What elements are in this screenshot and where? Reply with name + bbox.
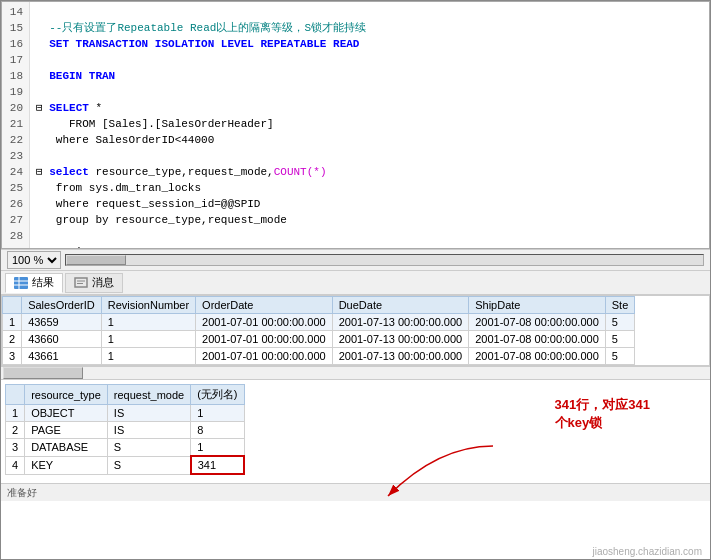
cell: 1 [191,439,244,457]
col-noname: (无列名) [191,385,244,405]
cell: 2001-07-01 00:00:00.000 [196,331,333,348]
col-orderdate: OrderDate [196,297,333,314]
code-line: BEGIN TRAN [36,68,703,84]
cell: 2001-07-01 00:00:00.000 [196,348,333,365]
row-num: 3 [3,348,22,365]
cell: 2001-07-08 00:00:00.000 [469,314,606,331]
results-table2: resource_type request_mode (无列名) 1 OBJEC… [5,384,245,475]
col-shipdate: ShipDate [469,297,606,314]
code-line: FROM [Sales].[SalesOrderHeader] [36,116,703,132]
code-line [36,4,703,20]
table-row: 1 43659 1 2001-07-01 00:00:00.000 2001-0… [3,314,635,331]
tab-results[interactable]: 结果 [5,273,63,293]
code-line: SET TRANSACTION ISOLATION LEVEL REPEATAB… [36,36,703,52]
code-line [36,84,703,100]
zoom-select[interactable]: 100 % [7,251,61,269]
col-resource-type: resource_type [25,385,108,405]
table-row: 1 OBJECT IS 1 [6,405,245,422]
row-num: 3 [6,439,25,457]
cell: KEY [25,456,108,474]
cell: 5 [605,314,635,331]
cell: 2001-07-13 00:00:00.000 [332,348,469,365]
row-num: 1 [3,314,22,331]
cell: 2001-07-01 00:00:00.000 [196,314,333,331]
annotation-arrow [378,426,498,506]
row-num-header2 [6,385,25,405]
highlighted-cell: 341 [191,456,244,474]
scroll-bar-h[interactable] [1,366,710,380]
watermark: jiaosheng.chazidian.com [592,546,702,557]
table-row: 2 43660 1 2001-07-01 00:00:00.000 2001-0… [3,331,635,348]
cell: S [107,439,190,457]
tab-bar: 结果 消息 [1,271,710,295]
code-line [36,228,703,244]
zoom-bar: 100 % [1,249,710,271]
table-row: 2 PAGE IS 8 [6,422,245,439]
results-table2-wrapper: resource_type request_mode (无列名) 1 OBJEC… [1,380,249,479]
results-table1-container[interactable]: SalesOrderID RevisionNumber OrderDate Du… [1,295,710,366]
cell: S [107,456,190,474]
row-num: 2 [6,422,25,439]
row-num: 1 [6,405,25,422]
code-line [36,52,703,68]
code-line: ⊟ select resource_type,request_mode,COUN… [36,164,703,180]
col-revisionnumber: RevisionNumber [101,297,195,314]
tab-messages-label: 消息 [92,275,114,290]
code-line: --只有设置了Repeatable Read以上的隔离等级，S锁才能持续 [36,20,703,36]
annotation-area: 341行，对应341个key锁 [551,396,650,432]
cell: IS [107,405,190,422]
code-line [36,148,703,164]
second-results-area: resource_type request_mode (无列名) 1 OBJEC… [1,380,710,483]
col-ste: Ste [605,297,635,314]
code-lines: --只有设置了Repeatable Read以上的隔离等级，S锁才能持续 SET… [30,2,709,249]
tab-messages[interactable]: 消息 [65,273,123,293]
col-request-mode: request_mode [107,385,190,405]
col-duedate: DueDate [332,297,469,314]
table-row: 3 DATABASE S 1 [6,439,245,457]
annotation-text: 341行，对应341个key锁 [555,396,650,432]
code-line: ⊟ SELECT * [36,100,703,116]
cell: IS [107,422,190,439]
cell: DATABASE [25,439,108,457]
col-salesorderid: SalesOrderID [22,297,102,314]
cell: 1 [191,405,244,422]
code-editor: 14 15 16 17 18 19 20 21 22 23 24 25 26 2… [1,1,710,249]
row-num: 4 [6,456,25,474]
cell: 2001-07-08 00:00:00.000 [469,348,606,365]
table-row: 4 KEY S 341 [6,456,245,474]
results-icon [14,277,28,289]
cell: 2001-07-08 00:00:00.000 [469,331,606,348]
code-line: where request_session_id=@@SPID [36,196,703,212]
tab-results-label: 结果 [32,275,54,290]
cell: 2001-07-13 00:00:00.000 [332,331,469,348]
cell: 5 [605,348,635,365]
cell: OBJECT [25,405,108,422]
cell: 43659 [22,314,102,331]
status-text: 准备好 [7,486,37,500]
cell: 43661 [22,348,102,365]
svg-rect-0 [14,277,28,289]
results-table1: SalesOrderID RevisionNumber OrderDate Du… [2,296,635,365]
cell: 43660 [22,331,102,348]
cell: 1 [101,314,195,331]
code-line: group by resource_type,request_mode [36,212,703,228]
cell: 5 [605,331,635,348]
cell: 1 [101,348,195,365]
row-num-header [3,297,22,314]
messages-icon [74,277,88,289]
code-line: where SalesOrderID<44000 [36,132,703,148]
row-num: 2 [3,331,22,348]
svg-rect-4 [75,278,87,287]
cell: 8 [191,422,244,439]
line-numbers: 14 15 16 17 18 19 20 21 22 23 24 25 26 2… [2,2,30,249]
code-line: from sys.dm_tran_locks [36,180,703,196]
cell: PAGE [25,422,108,439]
table-row: 3 43661 1 2001-07-01 00:00:00.000 2001-0… [3,348,635,365]
cell: 1 [101,331,195,348]
bottom-status: 准备好 [1,483,710,501]
cell: 2001-07-13 00:00:00.000 [332,314,469,331]
